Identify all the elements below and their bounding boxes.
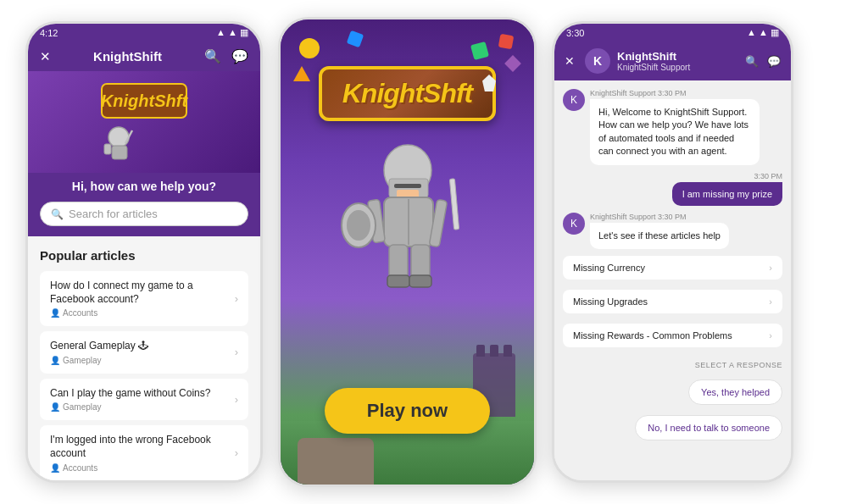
nav-bar-1: ✕ KnightShift 🔍 💬 (28, 42, 260, 71)
chevron-2: › (235, 393, 238, 406)
article-tag-icon-0: 👤 (50, 308, 60, 318)
status-icons-1: ▲ ▲ ▦ (216, 27, 248, 38)
hero-tagline: Hi, how can we help you? (28, 173, 260, 197)
suggestion-chevron-2: › (769, 330, 772, 341)
article-item-0[interactable]: How do I connect my game to a Facebook a… (40, 271, 248, 326)
response-btn-1[interactable]: No, I need to talk to someone (635, 415, 782, 440)
support-sender-1: KnightShift Support 3:30 PM (590, 213, 729, 221)
chat-nav-subtitle: KnightShift Support (617, 63, 738, 72)
gem-coin (299, 38, 320, 58)
search-icon-3[interactable]: 🔍 (745, 55, 759, 68)
suggestion-2[interactable]: Missing Rewards - Common Problems › (563, 324, 782, 347)
support-bubble-0: Hi, Welcome to KnightShift Support. How … (590, 99, 760, 165)
phone-chat: 3:30 ▲ ▲ ▦ ✕ K KnightShift KnightShift S… (552, 21, 793, 483)
game-logo-text: KnightShft (342, 78, 473, 108)
search-placeholder: Search for articles (69, 208, 158, 220)
status-bar-3: 3:30 ▲ ▲ ▦ (554, 24, 791, 42)
scene: 4:12 ▲ ▲ ▦ ✕ KnightShift 🔍 💬 KnightShft (0, 0, 868, 504)
game-logo-container: KnightShft (319, 66, 497, 121)
article-tag-label-2: Gameplay (63, 402, 102, 412)
article-tag-icon-3: 👤 (50, 463, 60, 473)
chevron-3: › (235, 446, 238, 459)
suggestion-chevron-0: › (769, 263, 772, 273)
svg-rect-19 (387, 275, 409, 287)
nav-title-1: KnightShift (93, 49, 162, 64)
chevron-1: › (235, 346, 238, 358)
suggestion-title-1: Missing Upgrades (573, 296, 648, 307)
svg-rect-18 (411, 245, 430, 279)
play-button[interactable]: Play now (325, 388, 490, 434)
hero-banner: KnightShft (28, 71, 260, 173)
suggestion-chevron-1: › (769, 296, 772, 307)
svg-rect-13 (449, 179, 459, 230)
article-tag-icon-1: 👤 (50, 356, 60, 365)
search-input-wrap[interactable]: 🔍 Search for articles (40, 202, 248, 226)
time-1: 4:12 (40, 28, 58, 38)
gem-red (498, 34, 515, 50)
phone-game: KnightShft (278, 17, 537, 487)
support-msg-0: K KnightShift Support 3:30 PM Hi, Welcom… (563, 89, 782, 165)
user-bubble-0: I am missing my prize (672, 182, 782, 206)
chat-body: K KnightShift Support 3:30 PM Hi, Welcom… (554, 80, 791, 480)
response-btn-0[interactable]: Yes, they helped (688, 379, 782, 405)
article-title-1: General Gameplay 🕹 (50, 340, 230, 353)
svg-text:KnightShft: KnightShft (101, 91, 189, 110)
svg-rect-17 (389, 245, 408, 279)
close-icon-1[interactable]: ✕ (40, 49, 51, 64)
phone-help-center: 4:12 ▲ ▲ ▦ ✕ KnightShift 🔍 💬 KnightShft (25, 21, 263, 483)
support-sender-0: KnightShift Support 3:30 PM (590, 89, 760, 97)
svg-point-2 (108, 127, 129, 147)
hero-1: KnightShft Hi, how can we help you? (28, 71, 260, 198)
gem-triangle-yellow (293, 66, 310, 81)
message-icon-3[interactable]: 💬 (767, 55, 781, 68)
gem-green (470, 42, 489, 60)
suggestion-title-2: Missing Rewards - Common Problems (573, 330, 732, 341)
support-msg-1: K KnightShift Support 3:30 PM Let's see … (563, 213, 782, 249)
chat-nav-avatar: K (585, 48, 610, 74)
svg-rect-5 (104, 144, 111, 154)
support-bubble-1: Let's see if these articles help (590, 223, 729, 249)
article-tag-label-1: Gameplay (63, 356, 102, 365)
svg-rect-3 (112, 146, 127, 159)
knight-svg (323, 128, 492, 297)
svg-point-16 (347, 210, 370, 241)
search-icon-small: 🔍 (51, 208, 64, 220)
status-bar-1: 4:12 ▲ ▲ ▦ (28, 24, 260, 42)
time-3: 3:30 (566, 28, 584, 38)
status-icons-3: ▲ ▲ ▦ (747, 27, 779, 38)
gem-purple (504, 55, 521, 72)
article-item-3[interactable]: I'm logged into the wrong Facebook accou… (40, 425, 248, 480)
chevron-0: › (235, 292, 238, 305)
article-title-3: I'm logged into the wrong Facebook accou… (50, 434, 230, 460)
chat-nav: ✕ K KnightShift KnightShift Support 🔍 💬 (554, 42, 791, 80)
svg-rect-8 (394, 184, 421, 188)
articles-section: Popular articles How do I connect my gam… (28, 236, 260, 483)
support-avatar-0: K (563, 89, 585, 111)
article-item-1[interactable]: General Gameplay 🕹 👤 Gameplay › (40, 331, 248, 374)
message-icon-1[interactable]: 💬 (231, 48, 248, 64)
article-title-0: How do I connect my game to a Facebook a… (50, 280, 230, 306)
search-bar-1: 🔍 Search for articles (28, 198, 260, 236)
article-title-2: Can I play the game without Coins? (50, 387, 230, 401)
search-icon-1[interactable]: 🔍 (204, 48, 221, 64)
article-tag-label-0: Accounts (63, 308, 97, 318)
suggestion-title-0: Missing Currency (573, 263, 645, 273)
article-tag-label-3: Accounts (63, 463, 97, 473)
select-response-label: SELECT A RESPONSE (563, 361, 782, 369)
support-avatar-1: K (563, 213, 585, 235)
article-item-2[interactable]: Can I play the game without Coins? 👤 Gam… (40, 379, 248, 421)
suggestion-0[interactable]: Missing Currency › (563, 256, 782, 280)
nav-icons-1: 🔍 💬 (204, 48, 248, 64)
user-time-0: 3:30 PM (754, 172, 782, 180)
chat-nav-title: KnightShift (617, 50, 738, 63)
game-screen: KnightShft (281, 19, 534, 485)
suggestion-1[interactable]: Missing Upgrades › (563, 290, 782, 313)
user-msg-0: 3:30 PM I am missing my prize (563, 172, 782, 206)
article-tag-icon-2: 👤 (50, 402, 60, 412)
articles-title: Popular articles (40, 248, 248, 263)
gem-blue (347, 30, 364, 48)
hero-illustration: KnightShft (93, 80, 195, 164)
cliff-left (298, 438, 374, 485)
svg-rect-20 (409, 275, 431, 287)
close-icon-3[interactable]: ✕ (565, 54, 575, 68)
